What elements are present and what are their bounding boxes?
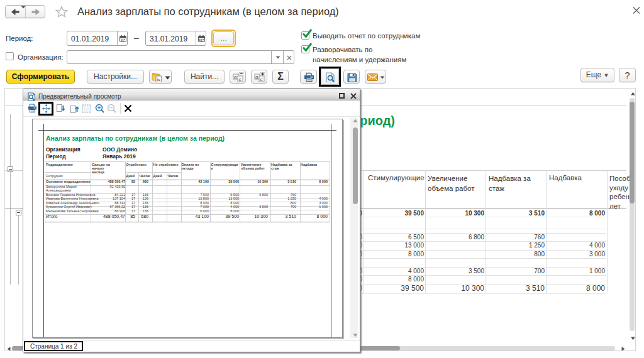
- svg-text:с: с: [260, 77, 263, 82]
- svg-text:а: а: [234, 74, 237, 80]
- svg-text:а: а: [255, 74, 258, 80]
- svg-text:с: с: [239, 77, 242, 82]
